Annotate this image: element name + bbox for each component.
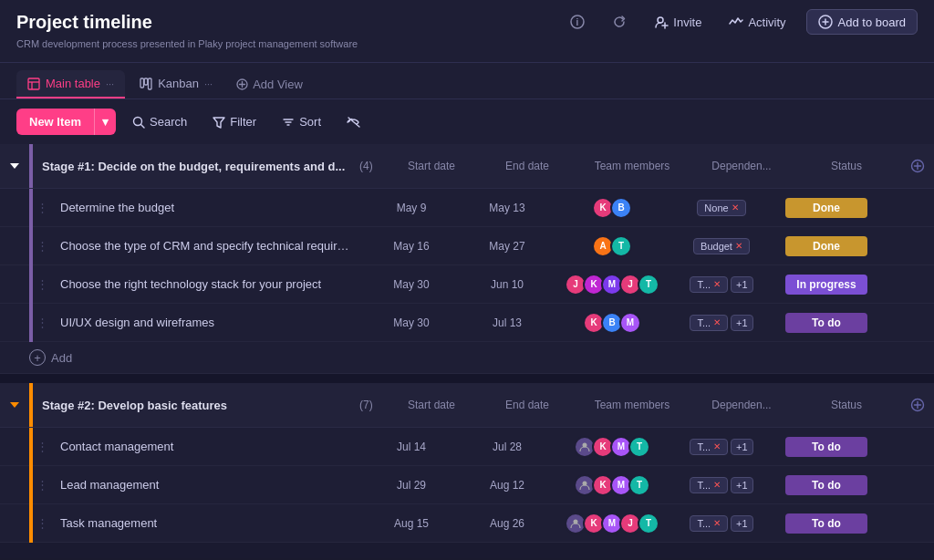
main-content: Stage #1: Decide on the budget, requirem…: [0, 144, 934, 558]
dependency-badge: None ✕: [697, 200, 745, 216]
new-item-button[interactable]: New Item ▾: [16, 109, 116, 135]
row-drag-handle[interactable]: ⋮: [33, 277, 51, 291]
avatar: T: [628, 474, 650, 496]
status-badge[interactable]: Done: [785, 198, 867, 218]
plus-col-icon: [910, 398, 925, 412]
task-name[interactable]: Lead management: [51, 478, 361, 492]
avatar-group: K B: [592, 197, 632, 219]
dep-remove-icon[interactable]: ✕: [713, 317, 721, 327]
status-badge[interactable]: To do: [785, 313, 867, 333]
sort-button[interactable]: Sort: [273, 109, 330, 134]
table-row: ⋮ Task management Aug 15 Aug 26 K M J T …: [0, 504, 934, 543]
dep-remove-icon[interactable]: ✕: [713, 480, 721, 490]
dep-plus[interactable]: +1: [731, 477, 753, 493]
task-name[interactable]: Contact management: [51, 440, 361, 453]
task-team-members: K M T: [553, 436, 671, 458]
status-badge[interactable]: Done: [785, 236, 867, 256]
dep-remove-icon[interactable]: ✕: [713, 441, 721, 451]
invite-button[interactable]: Invite: [647, 11, 709, 33]
hide-button[interactable]: [337, 110, 370, 134]
task-name[interactable]: Choose the type of CRM and specify techn…: [51, 239, 361, 253]
row-drag-handle[interactable]: ⋮: [33, 239, 51, 253]
task-team-members: A T: [553, 235, 671, 257]
dep-pill[interactable]: Budget ✕: [693, 238, 750, 254]
task-status: To do: [772, 475, 881, 495]
task-name[interactable]: UI/UX design and wireframes: [51, 316, 361, 329]
dep-pill[interactable]: None ✕: [697, 200, 745, 216]
dep-remove-icon[interactable]: ✕: [713, 279, 721, 289]
task-dependencies: T... ✕ +1: [671, 276, 772, 293]
sync-button[interactable]: [605, 11, 634, 33]
stage-2-add-col-button[interactable]: [901, 398, 934, 412]
dep-remove-icon[interactable]: ✕: [735, 241, 742, 251]
dep-plus[interactable]: +1: [731, 515, 753, 532]
filter-button[interactable]: Filter: [203, 109, 265, 134]
task-end-date: May 27: [462, 240, 553, 253]
avatar: T: [638, 274, 659, 296]
dep-pill[interactable]: T... ✕: [690, 515, 728, 532]
task-end-date: Aug 12: [462, 479, 553, 492]
dep-remove-icon[interactable]: ✕: [732, 202, 739, 213]
task-end-date: May 13: [462, 202, 553, 214]
col-header-team: Team members: [573, 160, 691, 172]
dep-plus[interactable]: +1: [731, 276, 753, 293]
add-to-board-label: Add to board: [838, 16, 906, 29]
add-row-icon: +: [29, 349, 46, 366]
task-status: To do: [772, 313, 881, 333]
task-status: Done: [772, 198, 881, 218]
project-title: Project timeline: [16, 12, 152, 33]
add-to-board-button[interactable]: Add to board: [806, 9, 918, 35]
dep-plus[interactable]: +1: [731, 315, 753, 331]
dep-pill[interactable]: T... ✕: [690, 276, 728, 293]
new-item-label: New Item: [16, 109, 94, 135]
stage-2-collapse-button[interactable]: [0, 383, 29, 427]
tab-main-table-options[interactable]: ···: [106, 78, 114, 89]
dep-pill[interactable]: T... ✕: [690, 477, 728, 493]
avatar: T: [638, 513, 659, 534]
tab-kanban-options[interactable]: ···: [204, 78, 213, 89]
col-header-status: Status: [792, 160, 901, 172]
row-drag-handle[interactable]: ⋮: [33, 516, 51, 530]
task-name[interactable]: Choose the right technology stack for yo…: [51, 277, 361, 291]
dep-remove-icon[interactable]: ✕: [713, 518, 721, 528]
info-button[interactable]: i: [563, 11, 592, 33]
col-header-end: End date: [482, 399, 573, 411]
sort-icon: [282, 116, 295, 129]
status-badge[interactable]: To do: [785, 513, 867, 534]
add-row-label: Add: [51, 351, 72, 365]
row-drag-handle[interactable]: ⋮: [33, 201, 51, 214]
avatar-group: A T: [592, 235, 632, 257]
stage-1-add-col-button[interactable]: [901, 159, 934, 173]
task-dependencies: T... ✕ +1: [671, 315, 772, 331]
search-button[interactable]: Search: [123, 109, 196, 134]
dep-plus[interactable]: +1: [731, 439, 753, 455]
stage-1-collapse-button[interactable]: [0, 144, 29, 188]
status-badge[interactable]: To do: [785, 437, 867, 457]
task-name[interactable]: Determine the budget: [51, 201, 361, 214]
row-drag-handle[interactable]: ⋮: [33, 316, 51, 329]
row-drag-handle[interactable]: ⋮: [33, 478, 51, 492]
col-header-start: Start date: [381, 399, 482, 411]
task-team-members: K M T: [553, 474, 671, 496]
tab-main-table[interactable]: Main table ···: [16, 70, 125, 99]
filter-icon: [213, 116, 225, 129]
user-plus-icon: [654, 15, 669, 29]
dependency-badge: T... ✕ +1: [690, 315, 752, 331]
task-start-date: May 30: [361, 278, 462, 291]
dep-pill[interactable]: T... ✕: [690, 315, 728, 331]
svg-point-2: [658, 17, 663, 23]
row-drag-handle[interactable]: ⋮: [33, 440, 51, 453]
col-header-dep: Dependen...: [691, 160, 792, 172]
add-view-label: Add View: [253, 78, 303, 91]
status-badge[interactable]: In progress: [785, 275, 867, 295]
new-item-dropdown-arrow[interactable]: ▾: [94, 109, 116, 135]
task-name[interactable]: Task management: [51, 516, 361, 530]
add-view-button[interactable]: Add View: [227, 71, 312, 98]
stage-1-add-row[interactable]: + Add: [0, 342, 934, 374]
status-badge[interactable]: To do: [785, 475, 867, 495]
tab-kanban[interactable]: Kanban ···: [129, 70, 223, 99]
activity-button[interactable]: Activity: [721, 11, 793, 33]
dep-pill[interactable]: T... ✕: [690, 439, 728, 455]
col-header-dep: Dependen...: [691, 399, 792, 411]
svg-line-18: [141, 124, 145, 128]
